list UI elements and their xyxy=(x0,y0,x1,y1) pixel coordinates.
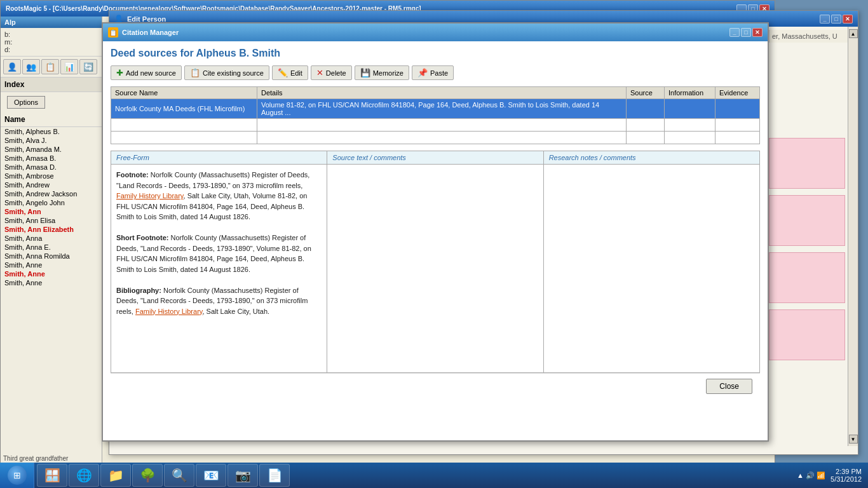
add-new-source-button[interactable]: ✚ Add new source xyxy=(111,65,182,80)
paste-button[interactable]: 📌 Paste xyxy=(412,65,454,80)
edit-person-controls: _ □ ✕ xyxy=(820,15,853,24)
freeform-panel: Free-Form Footnote: Norfolk County (Mass… xyxy=(111,151,327,372)
memorize-button[interactable]: 💾 Memorize xyxy=(355,65,409,80)
cite-icon: 📋 xyxy=(190,68,200,78)
tray-icons: ▲ 🔊 📶 xyxy=(797,471,825,480)
add-icon: ✚ xyxy=(116,68,123,78)
name-item-anne-2[interactable]: Smith, Anne xyxy=(1,269,102,278)
taskbar-apps: 🪟 🌐 📁 🌳 🔍 📧 📷 📄 xyxy=(34,464,790,487)
cite-existing-source-button[interactable]: 📋 Cite existing source xyxy=(184,65,269,80)
footnote-para: Footnote: Norfolk County (Massachusetts)… xyxy=(116,170,322,222)
col-source-name: Source Name xyxy=(111,87,257,99)
name-list-label: Name xyxy=(1,112,102,127)
edit-icon: ✏️ xyxy=(278,68,288,78)
windows-logo: ⊞ xyxy=(13,470,21,480)
name-item-anne-3[interactable]: Smith, Anne xyxy=(1,278,102,287)
delete-button[interactable]: ✕ Delete xyxy=(311,65,352,80)
close-citation-titlebar-button[interactable]: ✕ xyxy=(752,28,763,37)
taskbar-app-tree[interactable]: 🌳 xyxy=(132,464,163,487)
taskbar-app-files[interactable]: 📁 xyxy=(100,464,131,487)
info-b: b: xyxy=(4,30,98,38)
name-item-anna[interactable]: Smith, Anna xyxy=(1,234,102,243)
name-item-andrew-jackson[interactable]: Smith, Andrew Jackson xyxy=(1,189,102,198)
edit-person-title: Edit Person xyxy=(127,15,166,23)
toolbar-btn-5[interactable]: 🔄 xyxy=(79,59,97,74)
research-notes-content[interactable] xyxy=(544,165,759,372)
close-edit-button[interactable]: ✕ xyxy=(843,15,853,24)
scroll-up-arrow[interactable]: ▲ xyxy=(849,29,858,38)
name-item-ann-elizabeth[interactable]: Smith, Ann Elizabeth xyxy=(1,225,102,234)
name-item-andrew[interactable]: Smith, Andrew xyxy=(1,180,102,189)
name-item-amasa-b[interactable]: Smith, Amasa B. xyxy=(1,154,102,163)
bottom-panels: Free-Form Footnote: Norfolk County (Mass… xyxy=(111,151,760,373)
options-button[interactable]: Options xyxy=(7,96,45,109)
citation-titlebar: 📋 Citation Manager _ □ ✕ xyxy=(103,24,768,41)
name-item-alva[interactable]: Smith, Alva J. xyxy=(1,136,102,145)
row-source xyxy=(627,99,665,119)
restore-citation-button[interactable]: □ xyxy=(741,28,751,37)
name-item-angelo[interactable]: Smith, Angelo John xyxy=(1,198,102,207)
minimize-citation-button[interactable]: _ xyxy=(729,28,740,37)
add-new-source-label: Add new source xyxy=(126,69,176,77)
table-row[interactable]: Norfolk County MA Deeds (FHL Microfilm) … xyxy=(111,99,760,119)
edit-label: Edit xyxy=(290,69,302,77)
row-evidence xyxy=(715,99,760,119)
name-item-ann-elisa[interactable]: Smith, Ann Elisa xyxy=(1,216,102,225)
memorize-label: Memorize xyxy=(373,69,403,77)
pink-section-1 xyxy=(769,138,845,189)
taskbar-tray: ▲ 🔊 📶 2:39 PM 5/31/2012 xyxy=(790,468,868,483)
source-text-content[interactable] xyxy=(327,165,543,372)
freeform-panel-content[interactable]: Footnote: Norfolk County (Massachusetts)… xyxy=(111,165,327,372)
citation-title-text: Citation Manager xyxy=(122,29,179,36)
toolbar-btn-2[interactable]: 👥 xyxy=(22,59,40,74)
right-scrollbar[interactable]: ▲ ▼ xyxy=(848,27,858,446)
taskbar-app-explorer[interactable]: 🪟 xyxy=(37,464,67,487)
citation-heading: Deed sources for Alpheus B. Smith xyxy=(111,48,760,59)
cite-existing-label: Cite existing source xyxy=(203,69,264,77)
research-notes-panel: Research notes / comments xyxy=(544,151,759,372)
taskbar-app-chrome[interactable]: 🌐 xyxy=(69,464,99,487)
left-panel: Alp b: m: d: 👤 👥 📋 📊 🔄 Index Options Nam… xyxy=(1,17,102,464)
name-item-anna-romilda[interactable]: Smith, Anna Romilda xyxy=(1,252,102,261)
delete-icon: ✕ xyxy=(316,68,323,78)
name-item-ann[interactable]: Smith, Ann xyxy=(1,207,102,216)
taskbar: ⊞ 🪟 🌐 📁 🌳 🔍 📧 📷 📄 ▲ 🔊 📶 2:39 PM 5/31/201… xyxy=(0,463,868,488)
short-footnote-label: Short Footnote: xyxy=(116,234,168,241)
minimize-edit-button[interactable]: _ xyxy=(820,15,830,24)
name-item-amanda[interactable]: Smith, Amanda M. xyxy=(1,145,102,154)
name-list: Smith, Alpheus B. Smith, Alva J. Smith, … xyxy=(1,127,102,394)
pink-section-2 xyxy=(769,195,845,246)
col-evidence: Evidence xyxy=(715,87,760,99)
name-item-anne-1[interactable]: Smith, Anne xyxy=(1,261,102,269)
taskbar-app-email[interactable]: 📧 xyxy=(196,464,226,487)
toolbar-btn-1[interactable]: 👤 xyxy=(3,59,21,74)
citation-icon: 📋 xyxy=(108,27,118,37)
restore-edit-button[interactable]: □ xyxy=(831,15,841,24)
row-information xyxy=(665,99,715,119)
toolbar-btn-3[interactable]: 📋 xyxy=(41,59,59,74)
taskbar-app-camera[interactable]: 📷 xyxy=(227,464,258,487)
family-history-library-link-1[interactable]: Family History Library xyxy=(116,192,184,200)
edit-button[interactable]: ✏️ Edit xyxy=(272,65,308,80)
name-item-alpheus[interactable]: Smith, Alpheus B. xyxy=(1,127,102,136)
family-history-library-link-2[interactable]: Family History Library xyxy=(135,308,203,315)
footer-label: Third great grandfather xyxy=(3,455,68,462)
toolbar-btn-4[interactable]: 📊 xyxy=(60,59,78,74)
clock-date: 5/31/2012 xyxy=(831,475,862,483)
name-item-anna-e[interactable]: Smith, Anna E. xyxy=(1,243,102,252)
scroll-down-arrow[interactable]: ▼ xyxy=(849,435,858,444)
citation-toolbar: ✚ Add new source 📋 Cite existing source … xyxy=(111,65,760,80)
taskbar-app-pdf[interactable]: 📄 xyxy=(259,464,290,487)
source-table: Source Name Details Source Information E… xyxy=(111,86,760,144)
taskbar-app-search[interactable]: 🔍 xyxy=(164,464,194,487)
name-item-ambrose[interactable]: Smith, Ambrose xyxy=(1,172,102,180)
taskbar-clock: 2:39 PM 5/31/2012 xyxy=(831,468,862,483)
footnote-label: Footnote: xyxy=(116,171,149,179)
citation-body: Deed sources for Alpheus B. Smith ✚ Add … xyxy=(103,41,768,405)
clock-time: 2:39 PM xyxy=(831,468,862,475)
close-button[interactable]: Close xyxy=(706,379,752,394)
index-label: Index xyxy=(1,78,102,92)
name-item-amasa-d[interactable]: Smith, Amasa D. xyxy=(1,163,102,172)
source-text-panel: Source text / comments xyxy=(327,151,543,372)
start-button[interactable]: ⊞ xyxy=(0,463,34,488)
